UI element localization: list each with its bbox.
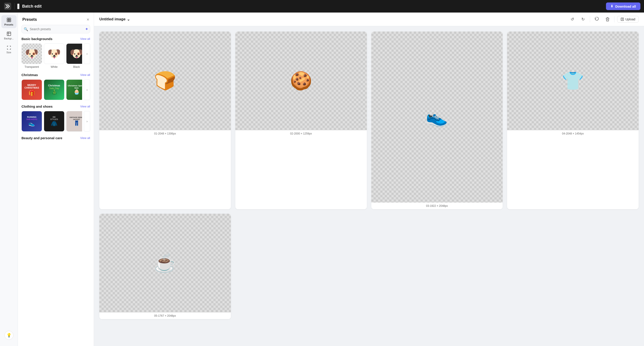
app-logo[interactable] xyxy=(4,2,12,10)
download-icon: ⬇ xyxy=(610,4,613,8)
preset-cloth3-thumb: VINTAGE DENIM JACKET 👖 xyxy=(66,111,82,132)
basic-backgrounds-scroll-right[interactable]: › xyxy=(84,44,90,64)
clothing-view-all[interactable]: View all xyxy=(80,105,90,108)
image-grid: 🍞 01-2048 × 1306px 🍪 02-2000 × 1259px 👟 … xyxy=(94,26,644,346)
preset-black[interactable]: 🐶 Black xyxy=(66,44,82,69)
dog-emoji: 🐶 xyxy=(25,48,38,60)
preset-xmas2[interactable]: Christmas Sale Day 🎄 xyxy=(44,80,64,100)
image-label-04: 04-2048 × 1454px xyxy=(507,130,639,137)
search-icon: 🔍 xyxy=(24,27,28,31)
history-button[interactable] xyxy=(593,15,601,23)
image-thumb-02: 🍪 xyxy=(235,32,367,130)
content-area: Untitled image ⌄ ↺ ↻ xyxy=(94,13,644,346)
back-button[interactable]: ‹ xyxy=(17,4,20,9)
sidebar-item-background[interactable]: Backgr... xyxy=(1,29,16,42)
category-clothing-shoes: Clothing and shoes View all RUNNING SNEA… xyxy=(18,105,94,136)
presets-header: Presets × xyxy=(18,13,94,25)
clothing-scroll-right[interactable]: › xyxy=(84,111,90,132)
image-card-03: 👟 03-1922 × 2048px xyxy=(371,32,503,209)
page-title: Batch edit xyxy=(22,4,603,9)
hint-button[interactable]: 💡 xyxy=(4,331,14,340)
preset-cloth1[interactable]: RUNNING SNEAKERS 👟 xyxy=(22,111,42,132)
presets-title: Presets xyxy=(22,17,37,22)
magic-search-button[interactable]: ✦ xyxy=(85,27,88,32)
image-thumb-03: 👟 xyxy=(371,32,503,203)
image-label-02: 02-2000 × 1259px xyxy=(235,130,367,137)
preset-xmas2-thumb: Christmas Sale Day 🎄 xyxy=(44,80,64,100)
image-title-button[interactable]: Untitled image ⌄ xyxy=(99,17,130,22)
dog-black-emoji: 🐶 xyxy=(70,48,82,60)
sidebar-item-presets-label: Presets xyxy=(4,23,14,26)
delete-button[interactable] xyxy=(604,15,612,23)
preset-xmas3[interactable]: Christmas Special Item 🧁 xyxy=(66,80,82,100)
sidebar-item-background-label: Backgr... xyxy=(4,37,14,40)
preset-xmas1[interactable]: MERRY CHRISTMAS 🎁 xyxy=(22,80,42,100)
preset-xmas1-thumb: MERRY CHRISTMAS 🎁 xyxy=(22,80,42,100)
topbar: ‹ Batch edit ⬇ Download all xyxy=(0,0,644,13)
svg-rect-1 xyxy=(7,18,8,20)
category-basic-backgrounds: Basic backgrounds View all 🐶 Transparent xyxy=(18,37,94,73)
category-christmas-title: Christmas xyxy=(22,73,38,77)
dropdown-icon: ⌄ xyxy=(127,17,130,22)
upload-label: Upload xyxy=(626,18,635,21)
preset-cloth2-thumb: CC STYLES 🧥 xyxy=(44,111,64,132)
beauty-view-all[interactable]: View all xyxy=(80,136,90,140)
category-basic-backgrounds-title: Basic backgrounds xyxy=(22,37,52,41)
image-thumb-01: 🍞 xyxy=(99,32,231,130)
preset-white[interactable]: 🐶 White xyxy=(44,44,64,69)
image-card-02: 🍪 02-2000 × 1259px xyxy=(235,32,367,209)
sidebar-bottom: 💡 xyxy=(4,331,14,343)
image-label-01: 01-2048 × 1306px xyxy=(99,130,231,137)
category-christmas: Christmas View all MERRY CHRISTMAS 🎁 Chr… xyxy=(18,73,94,105)
search-bar: 🔍 ✦ xyxy=(22,25,90,33)
preset-black-label: Black xyxy=(73,65,80,69)
svg-rect-4 xyxy=(9,20,10,22)
image-card-01: 🍞 01-2048 × 1306px xyxy=(99,32,231,209)
toolbar-divider-1 xyxy=(590,16,590,22)
image-title-text: Untitled image xyxy=(99,17,126,22)
preset-transparent[interactable]: 🐶 Transparent xyxy=(22,44,42,69)
download-all-button[interactable]: ⬇ Download all xyxy=(606,3,640,10)
image-thumb-04: 👕 xyxy=(507,32,639,130)
sidebar-item-presets[interactable]: Presets xyxy=(1,15,16,28)
preset-transparent-label: Transparent xyxy=(24,65,39,69)
product-shirt: 👕 xyxy=(562,70,584,91)
preset-white-label: White xyxy=(51,65,58,69)
presets-panel: Presets × 🔍 ✦ Basic backgrounds View all… xyxy=(18,13,94,346)
svg-rect-5 xyxy=(7,32,11,36)
preset-white-thumb: 🐶 xyxy=(44,44,64,64)
hint-icon: 💡 xyxy=(6,333,12,338)
image-label-03: 03-1922 × 2048px xyxy=(371,203,503,209)
preset-cloth2[interactable]: CC STYLES 🧥 xyxy=(44,111,64,132)
sidebar-item-size[interactable]: Size xyxy=(1,43,16,56)
main-layout: Presets Backgr... Size 💡 Presets × xyxy=(0,13,644,346)
upload-button[interactable]: Upload xyxy=(617,16,639,23)
product-cookies: 🍪 xyxy=(290,70,312,91)
image-thumb-05: ☕ xyxy=(99,214,231,312)
christmas-scroll-right[interactable]: › xyxy=(84,80,90,100)
preset-cloth3[interactable]: VINTAGE DENIM JACKET 👖 xyxy=(66,111,82,132)
category-clothing-title: Clothing and shoes xyxy=(22,105,52,108)
undo-button[interactable]: ↺ xyxy=(568,15,576,23)
preset-transparent-thumb: 🐶 xyxy=(22,44,42,64)
product-toaster: 🍞 xyxy=(154,70,176,91)
svg-rect-3 xyxy=(7,20,8,22)
topbar-divider xyxy=(14,3,14,10)
product-shoes: 👟 xyxy=(426,107,448,128)
preset-xmas3-thumb: Christmas Special Item 🧁 xyxy=(66,80,82,100)
dog-white-emoji: 🐶 xyxy=(48,48,61,60)
search-input[interactable] xyxy=(22,25,90,33)
category-beauty-title: Beauty and personal care xyxy=(22,136,62,140)
basic-backgrounds-view-all[interactable]: View all xyxy=(80,37,90,41)
christmas-view-all[interactable]: View all xyxy=(80,73,90,77)
presets-close-button[interactable]: × xyxy=(86,17,89,22)
product-coffee: ☕ xyxy=(154,252,176,273)
icon-sidebar: Presets Backgr... Size 💡 xyxy=(0,13,18,346)
content-toolbar: Untitled image ⌄ ↺ ↻ xyxy=(94,13,644,26)
image-card-04: 👕 04-2048 × 1454px xyxy=(507,32,639,209)
image-label-05: 05-1767 × 2048px xyxy=(99,312,231,319)
image-card-05: ☕ 05-1767 × 2048px xyxy=(99,214,231,319)
redo-button[interactable]: ↻ xyxy=(579,15,587,23)
svg-rect-2 xyxy=(9,18,10,20)
clothing-row: RUNNING SNEAKERS 👟 CC STYLES 🧥 xyxy=(22,111,90,132)
